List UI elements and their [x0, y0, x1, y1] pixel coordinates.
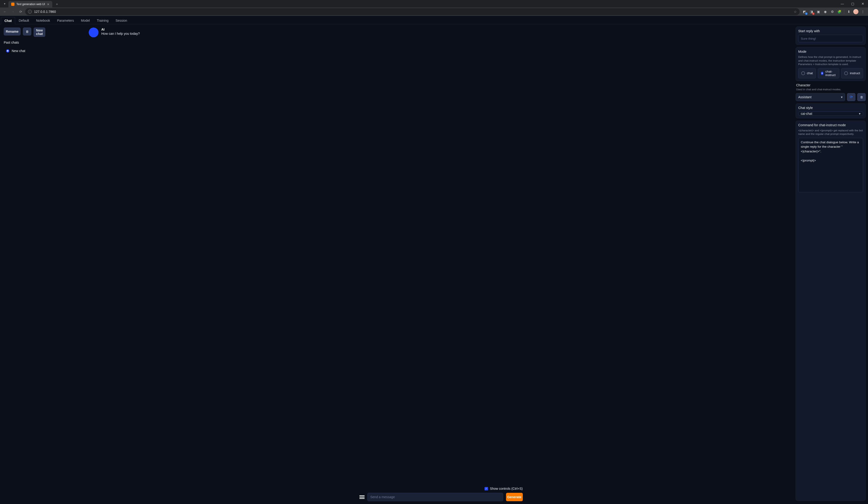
mode-option-chat-instruct[interactable]: chat-instruct — [818, 68, 839, 78]
address-bar[interactable]: i 127.0.0.1:7860 ☆ — [25, 8, 799, 15]
message-sender: AI — [101, 28, 140, 31]
chat-style-select[interactable]: cai-chat ▾ — [798, 112, 863, 116]
window-controls: ― ▢ ✕ — [837, 0, 868, 8]
past-chat-label: New chat — [12, 49, 25, 53]
tab-default[interactable]: Default — [15, 17, 32, 24]
chat-menu-icon[interactable] — [360, 495, 364, 500]
trash-icon — [860, 95, 863, 99]
mode-option-label: chat — [807, 71, 813, 75]
new-chat-line2: chat — [36, 32, 43, 36]
right-pane: Start reply with Mode Defines how the ch… — [793, 24, 868, 504]
tab-model[interactable]: Model — [78, 17, 93, 24]
new-tab-button[interactable]: ＋ — [54, 1, 60, 8]
tab-notebook[interactable]: Notebook — [32, 17, 53, 24]
mode-label: Mode — [798, 50, 863, 53]
chat-style-label: Chat style — [798, 106, 863, 110]
character-value: Assistant — [798, 95, 812, 99]
browser-titlebar: Text generation web UI ✕ ＋ ― ▢ ✕ — [0, 0, 868, 8]
start-reply-panel: Start reply with — [796, 27, 866, 45]
left-pane: Rename New chat Past chats New chat — [0, 24, 89, 504]
past-chats-heading: Past chats — [4, 41, 85, 44]
radio-unselected-icon — [844, 71, 848, 75]
tab-parameters[interactable]: Parameters — [53, 17, 77, 24]
app-page: ChatDefaultNotebookParametersModelTraini… — [0, 16, 868, 504]
new-chat-line1: New — [36, 29, 43, 32]
extension-icon-2[interactable]: ◨1 — [808, 9, 814, 14]
character-label: Character — [796, 83, 865, 87]
reload-button[interactable]: ⟳ — [17, 8, 24, 15]
show-controls-label: Show controls (Ctrl+S) — [490, 487, 523, 491]
app-tabs: ChatDefaultNotebookParametersModelTraini… — [0, 16, 868, 24]
tab-training[interactable]: Training — [93, 17, 112, 24]
extension-icon-4[interactable]: ◉ — [823, 9, 828, 14]
command-label: Command for chat-instruct mode — [798, 123, 863, 127]
start-reply-input[interactable] — [798, 35, 863, 42]
mode-panel: Mode Defines how the chat prompt is gene… — [796, 47, 866, 81]
extension-icon-3[interactable]: ▣ — [816, 9, 821, 14]
chat-pane: AI How can I help you today? ✓ Show cont… — [89, 24, 793, 504]
past-chat-item[interactable]: New chat — [4, 48, 85, 53]
mode-option-instruct[interactable]: instruct — [841, 68, 863, 78]
browser-menu-icon[interactable]: ⋮ — [860, 9, 866, 14]
delete-chat-button[interactable] — [23, 28, 31, 35]
new-chat-button[interactable]: New chat — [34, 28, 45, 37]
app-content: Rename New chat Past chats New chat AI H… — [0, 24, 868, 504]
ext-badge-blue: 1 — [805, 12, 808, 15]
refresh-character-button[interactable] — [847, 93, 855, 101]
checkbox-icon: ✓ — [485, 487, 488, 491]
browser-toolbar: ← → ⟳ i 127.0.0.1:7860 ☆ ◩1 ◨1 ▣ ◉ ⚙ 🧩 ⬇… — [0, 8, 868, 16]
command-textarea[interactable] — [798, 138, 863, 192]
chat-message: AI How can I help you today? — [89, 28, 789, 37]
character-description: Used in chat and chat-instruct modes. — [796, 88, 865, 91]
command-panel: Command for chat-instruct mode <|charact… — [796, 120, 866, 501]
maximize-button[interactable]: ▢ — [847, 0, 858, 8]
browser-tab-active[interactable]: Text generation web UI ✕ — [8, 1, 52, 8]
browser-tab-title: Text generation web UI — [16, 2, 45, 6]
command-description: <|character|> and <|prompt|> get replace… — [798, 129, 863, 136]
refresh-icon — [850, 95, 853, 99]
character-row: Assistant ▾ — [796, 93, 866, 101]
character-select[interactable]: Assistant ▾ — [796, 93, 845, 101]
site-info-icon[interactable]: i — [28, 10, 32, 13]
chat-style-value: cai-chat — [801, 112, 812, 116]
ai-avatar-icon — [89, 28, 99, 37]
minimize-button[interactable]: ― — [837, 0, 847, 8]
delete-character-button[interactable] — [857, 93, 866, 101]
chat-input[interactable] — [368, 493, 503, 501]
toolbar-separator — [844, 9, 844, 14]
tab-search-dropdown[interactable] — [2, 1, 8, 7]
rename-button[interactable]: Rename — [4, 28, 21, 35]
url-text: 127.0.0.1:7860 — [34, 10, 56, 13]
generate-button[interactable]: Generate — [506, 493, 523, 501]
trash-icon — [26, 30, 29, 34]
close-window-button[interactable]: ✕ — [858, 0, 868, 8]
mode-options: chatchat-instructinstruct — [798, 68, 863, 78]
mode-option-label: instruct — [850, 71, 860, 75]
extension-icon-1[interactable]: ◩1 — [802, 9, 807, 14]
show-controls-toggle[interactable]: ✓ Show controls (Ctrl+S) — [485, 487, 523, 491]
chevron-down-icon: ▾ — [841, 95, 843, 99]
ext-badge-red: 1 — [812, 12, 815, 15]
start-reply-label: Start reply with — [798, 29, 863, 33]
forward-button[interactable]: → — [9, 8, 16, 15]
mode-description: Defines how the chat prompt is generated… — [798, 55, 863, 66]
message-text: How can I help you today? — [101, 32, 140, 35]
chevron-down-icon: ▾ — [859, 112, 860, 116]
back-button[interactable]: ← — [1, 8, 8, 15]
extension-icon-5[interactable]: ⚙ — [829, 9, 835, 14]
radio-unselected-icon — [801, 71, 805, 75]
close-tab-icon[interactable]: ✕ — [47, 2, 50, 6]
radio-selected-icon — [821, 72, 824, 75]
downloads-icon[interactable]: ⬇ — [846, 9, 852, 14]
favicon-icon — [11, 2, 14, 6]
mode-option-chat[interactable]: chat — [798, 68, 816, 78]
tab-session[interactable]: Session — [112, 17, 131, 24]
bookmark-star-icon[interactable]: ☆ — [794, 10, 797, 13]
profile-avatar[interactable] — [853, 9, 859, 14]
tab-chat[interactable]: Chat — [1, 17, 15, 24]
chat-input-area: ✓ Show controls (Ctrl+S) Generate — [89, 487, 793, 501]
chat-style-panel: Chat style cai-chat ▾ — [796, 103, 866, 118]
mode-option-label: chat-instruct — [825, 70, 836, 77]
extensions-puzzle-icon[interactable]: 🧩 — [837, 9, 842, 14]
radio-selected-icon — [6, 49, 9, 52]
